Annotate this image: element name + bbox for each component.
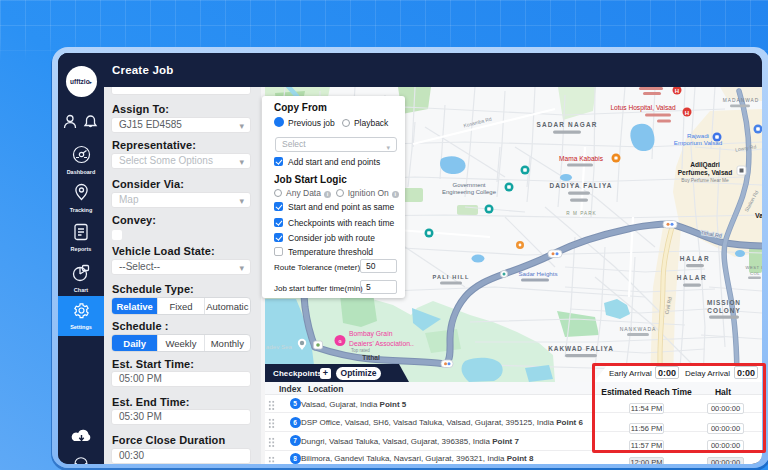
svg-text:SADAR NAGAR: SADAR NAGAR bbox=[536, 121, 597, 128]
svg-text:HALAR: HALAR bbox=[677, 274, 707, 281]
svg-text:Top rated: Top rated bbox=[351, 348, 370, 353]
svg-text:H: H bbox=[675, 88, 679, 94]
svg-text:Government: Government bbox=[452, 182, 485, 188]
svg-text:Tithal: Tithal bbox=[362, 354, 380, 361]
svg-text:AdilQadri: AdilQadri bbox=[690, 161, 720, 169]
svg-text:PALI HILL: PALI HILL bbox=[432, 274, 469, 280]
svg-text:COLONY: COLONY bbox=[707, 307, 740, 314]
svg-text:Lotus Hospital, Valsad: Lotus Hospital, Valsad bbox=[610, 104, 675, 112]
svg-text:adev Sea: adev Sea bbox=[266, 343, 293, 350]
svg-text:MADANWAD: MADANWAD bbox=[723, 98, 759, 103]
svg-text:NANKWADA: NANKWADA bbox=[620, 326, 657, 332]
svg-text:Sadar Heights: Sadar Heights bbox=[518, 270, 557, 277]
svg-text:WEST B: WEST B bbox=[746, 265, 762, 270]
svg-text:COL: COL bbox=[750, 271, 760, 276]
svg-text:Perfumes, Valsad: Perfumes, Valsad bbox=[678, 169, 733, 177]
svg-text:KAKWAD FALIYA: KAKWAD FALIYA bbox=[548, 345, 614, 352]
svg-text:Emporium Valsad: Emporium Valsad bbox=[674, 139, 723, 146]
svg-text:Bombay Grain: Bombay Grain bbox=[349, 330, 393, 338]
svg-text:R M PARK: R M PARK bbox=[566, 211, 596, 216]
svg-text:Rajwadi: Rajwadi bbox=[687, 132, 709, 139]
svg-text:HALAR: HALAR bbox=[680, 255, 710, 262]
svg-text:MISSION: MISSION bbox=[707, 299, 741, 306]
svg-text:Dealers' Association..: Dealers' Association.. bbox=[349, 340, 414, 347]
svg-text:Mama Kababis: Mama Kababis bbox=[559, 155, 604, 162]
svg-text:Valsad: Valsad bbox=[755, 212, 762, 219]
svg-text:Engineering College: Engineering College bbox=[442, 189, 497, 195]
svg-text:Buy Perfume Near Me: Buy Perfume Near Me bbox=[681, 178, 729, 183]
svg-text:G: G bbox=[338, 339, 341, 344]
svg-text:H: H bbox=[685, 110, 689, 116]
svg-text:DADIYA FALIYA: DADIYA FALIYA bbox=[549, 182, 612, 189]
